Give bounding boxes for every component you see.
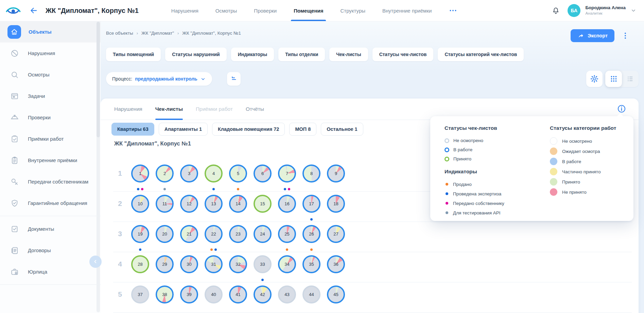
- sidebar-item[interactable]: Документы: [0, 218, 101, 240]
- unit-41[interactable]: 41: [229, 285, 247, 303]
- unit-14[interactable]: 14: [229, 195, 247, 213]
- unit-17[interactable]: 17: [302, 195, 320, 213]
- breadcrumb-item[interactable]: ЖК "Дипломат": [141, 31, 174, 36]
- unit-27[interactable]: 27: [327, 225, 345, 243]
- breadcrumb-item[interactable]: Все объекты: [106, 31, 133, 36]
- tab[interactable]: Чек-листы: [155, 99, 183, 120]
- sort-button[interactable]: [227, 72, 241, 86]
- category-chip[interactable]: Квартиры 63: [111, 123, 154, 136]
- unit-42[interactable]: 42: [254, 285, 272, 303]
- tab[interactable]: Отчёты: [246, 99, 264, 120]
- sidebar-item[interactable]: Объекты: [0, 21, 101, 42]
- unit-6[interactable]: 6: [254, 164, 272, 182]
- info-icon[interactable]: [617, 104, 626, 114]
- settings-gear-button[interactable]: [586, 71, 603, 87]
- unit-45[interactable]: 45: [327, 285, 345, 303]
- sidebar-item[interactable]: Нарушения: [0, 42, 101, 64]
- nav-more-ellipsis-icon[interactable]: [449, 6, 457, 15]
- unit-25[interactable]: 25: [278, 225, 296, 243]
- sidebar-item[interactable]: Юрлица: [0, 261, 101, 282]
- top-nav-item[interactable]: Внутренние приёмки: [382, 0, 432, 21]
- sidebar-item-label: Документы: [28, 226, 54, 232]
- unit-34[interactable]: 34: [278, 255, 296, 273]
- sidebar-item[interactable]: Передачи собственникам: [0, 171, 101, 192]
- unit-13[interactable]: 13: [205, 195, 223, 213]
- unit-8[interactable]: 8: [302, 164, 320, 182]
- unit-9[interactable]: 9: [327, 164, 345, 182]
- category-chip[interactable]: Остальное 1: [321, 123, 363, 136]
- unit-7[interactable]: 7: [278, 164, 296, 182]
- sidebar-item[interactable]: Внутренние приёмки: [0, 150, 101, 171]
- filter-chip[interactable]: Типы отделки: [278, 48, 325, 61]
- bell-icon[interactable]: [552, 6, 560, 15]
- list-view-button[interactable]: [622, 71, 639, 87]
- unit-37[interactable]: 37: [131, 285, 149, 303]
- unit-38[interactable]: 38: [156, 285, 174, 303]
- unit-31[interactable]: 31: [205, 255, 223, 273]
- filter-chip[interactable]: Типы помещений: [106, 48, 161, 61]
- sidebar-scrollbar[interactable]: [97, 22, 100, 312]
- sidebar-item[interactable]: Договоры: [0, 240, 101, 261]
- unit-39[interactable]: 39: [180, 285, 198, 303]
- unit-40[interactable]: 40: [205, 285, 223, 303]
- unit-3[interactable]: 3: [180, 164, 198, 182]
- unit-5[interactable]: 5: [229, 164, 247, 182]
- sidebar-item[interactable]: Осмотры: [0, 64, 101, 85]
- unit-33[interactable]: 33: [254, 255, 272, 273]
- unit-22[interactable]: 22: [205, 225, 223, 243]
- filter-chip[interactable]: Чек-листы: [329, 48, 368, 61]
- unit-24[interactable]: 24: [254, 225, 272, 243]
- unit-4[interactable]: 4: [205, 164, 223, 182]
- filter-chip[interactable]: Статусы нарушений: [165, 48, 227, 61]
- grid-view-button[interactable]: [605, 71, 622, 87]
- unit-1[interactable]: 1: [131, 164, 149, 182]
- back-arrow-icon[interactable]: [29, 6, 38, 15]
- sidebar-collapse-button[interactable]: [89, 256, 102, 268]
- unit-35[interactable]: 35: [302, 255, 320, 273]
- tab[interactable]: Нарушения: [114, 99, 142, 120]
- sidebar-scrollbar-thumb[interactable]: [97, 22, 100, 137]
- breadcrumb-item[interactable]: ЖК "Дипломат", Корпус №1: [182, 31, 241, 36]
- sidebar-item[interactable]: Приёмки работ: [0, 128, 101, 150]
- category-chip[interactable]: Апартаменты 1: [159, 123, 208, 136]
- unit-12[interactable]: 12: [180, 195, 198, 213]
- unit-44[interactable]: 44: [302, 285, 320, 303]
- avatar[interactable]: БА: [568, 4, 580, 17]
- unit-19[interactable]: 19: [131, 225, 149, 243]
- top-nav-item[interactable]: Структуры: [340, 0, 365, 21]
- filter-chip[interactable]: Статусы чек-листов: [372, 48, 434, 61]
- unit-15[interactable]: 15: [254, 195, 272, 213]
- unit-10[interactable]: 10: [131, 195, 149, 213]
- unit-2[interactable]: 2: [156, 164, 174, 182]
- kebab-menu-icon[interactable]: [621, 31, 630, 40]
- unit-20[interactable]: 20: [156, 225, 174, 243]
- unit-29[interactable]: 29: [156, 255, 174, 273]
- export-button[interactable]: Экспорт: [571, 29, 614, 42]
- top-nav-item[interactable]: Помещения: [294, 0, 323, 21]
- top-nav-item[interactable]: Нарушения: [171, 0, 198, 21]
- category-chip[interactable]: МОП 8: [289, 123, 316, 136]
- unit-18[interactable]: 18: [327, 195, 345, 213]
- process-select[interactable]: Процесс: предпродажный контроль: [106, 72, 212, 86]
- filter-chip[interactable]: Статусы категорий чек-листов: [438, 48, 524, 61]
- process-value: предпродажный контроль: [135, 76, 197, 82]
- unit-28[interactable]: 28: [131, 255, 149, 273]
- category-chip[interactable]: Кладовые помещения 72: [212, 123, 285, 136]
- unit-23[interactable]: 23: [229, 225, 247, 243]
- chevron-down-icon[interactable]: [630, 7, 637, 14]
- top-nav-item[interactable]: Осмотры: [215, 0, 237, 21]
- unit-pie: 43: [278, 285, 296, 303]
- unit-30[interactable]: 30: [180, 255, 198, 273]
- filter-chip[interactable]: Индикаторы: [231, 48, 274, 61]
- sidebar-item[interactable]: Проверки: [0, 107, 101, 128]
- top-nav-item[interactable]: Проверки: [254, 0, 277, 21]
- sidebar-item[interactable]: Гарантийные обращения: [0, 192, 101, 214]
- sidebar-item[interactable]: Задачи: [0, 85, 101, 107]
- unit-36[interactable]: 36: [327, 255, 345, 273]
- unit-32[interactable]: 32: [229, 255, 247, 273]
- unit-16[interactable]: 16: [278, 195, 296, 213]
- unit-21[interactable]: 21: [180, 225, 198, 243]
- unit-26[interactable]: 26: [302, 225, 320, 243]
- unit-11[interactable]: 11: [156, 195, 174, 213]
- unit-43[interactable]: 43: [278, 285, 296, 303]
